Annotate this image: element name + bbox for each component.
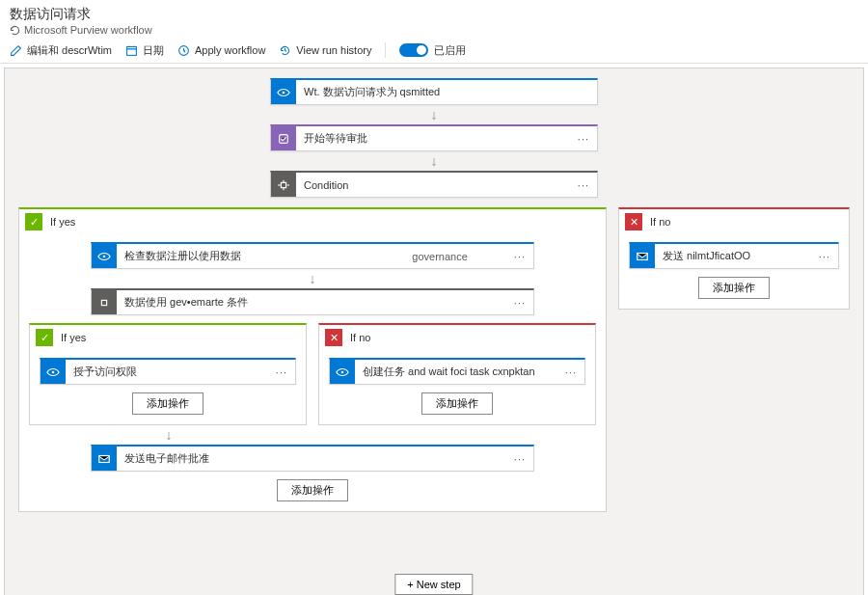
- history-icon: [279, 44, 291, 57]
- mail-icon: [630, 244, 655, 268]
- send-notification-node[interactable]: 发送 nilmtJficatOO ···: [629, 242, 839, 269]
- node-menu-button[interactable]: ···: [506, 297, 533, 309]
- send-email-node[interactable]: 发送电子邮件批准 ···: [91, 445, 534, 472]
- page-title: 数据访问请求: [10, 6, 858, 23]
- eye-icon: [41, 360, 66, 384]
- new-step-button[interactable]: + New step: [394, 574, 473, 595]
- calendar-icon: [125, 44, 138, 57]
- node-menu-button[interactable]: ···: [506, 251, 533, 262]
- toolbar-separator: [385, 42, 386, 58]
- view-history-button[interactable]: View run history: [279, 44, 371, 57]
- node-menu-button[interactable]: ···: [570, 133, 597, 145]
- cross-icon: ✕: [625, 213, 642, 230]
- trigger-node[interactable]: Wt. 数据访问请求为 qsmitted: [270, 78, 598, 105]
- enabled-toggle[interactable]: 已启用: [399, 43, 466, 58]
- data-use-condition-node[interactable]: 数据使用 gev•emarte 条件 ···: [91, 288, 534, 315]
- apply-icon: [177, 44, 190, 57]
- if-yes-header: ✓ If yes: [19, 209, 606, 234]
- cross-icon: ✕: [325, 329, 342, 346]
- node-menu-button[interactable]: ···: [570, 179, 597, 191]
- apply-workflow-button[interactable]: Apply workflow: [177, 44, 265, 57]
- refresh-icon: [10, 25, 20, 36]
- date-button[interactable]: 日期: [125, 43, 164, 58]
- if-no-branch: ✕If no 发送 nilmtJficatOO ··· 添加操作: [618, 207, 850, 310]
- create-task-node[interactable]: 创建任务 and wait foci task cxnpktan ···: [329, 358, 585, 385]
- node-menu-button[interactable]: ···: [811, 251, 838, 262]
- eye-icon: [330, 360, 355, 384]
- node-menu-button[interactable]: ···: [506, 453, 533, 465]
- inner-if-no-branch: ✕If no 创建任务 and wait foci task cxnpktan …: [318, 323, 596, 425]
- svg-rect-4: [281, 182, 285, 187]
- if-yes-branch: ✓ If yes 检查数据注册以使用数据 governance ··· ↓ 数据…: [18, 207, 607, 512]
- page-subtitle: Microsoft Purview workflow: [10, 24, 858, 36]
- page-header: 数据访问请求 Microsoft Purview workflow: [0, 0, 868, 38]
- add-operation-button[interactable]: 添加操作: [277, 479, 348, 501]
- condition-icon: [92, 290, 117, 314]
- svg-point-2: [283, 91, 285, 94]
- add-operation-button[interactable]: 添加操作: [421, 392, 493, 415]
- check-icon: ✓: [25, 213, 42, 230]
- svg-rect-0: [127, 46, 137, 55]
- condition-node[interactable]: Condition ···: [270, 171, 598, 198]
- eye-icon: [271, 80, 296, 104]
- svg-point-5: [103, 255, 106, 257]
- add-operation-button[interactable]: 添加操作: [698, 277, 770, 299]
- svg-point-7: [52, 370, 55, 373]
- arrow-down-icon: ↓: [270, 151, 598, 171]
- mail-icon: [92, 446, 117, 471]
- approval-icon: [271, 126, 296, 150]
- check-data-node[interactable]: 检查数据注册以使用数据 governance ···: [91, 242, 534, 269]
- arrow-down-icon: ↓: [29, 425, 309, 445]
- add-operation-button[interactable]: 添加操作: [132, 392, 203, 415]
- node-menu-button[interactable]: ···: [268, 366, 295, 378]
- svg-rect-6: [101, 300, 106, 305]
- edit-button[interactable]: 编辑和 descrWtim: [10, 43, 112, 58]
- edit-icon: [10, 44, 22, 57]
- condition-icon: [271, 173, 296, 197]
- workflow-canvas: Wt. 数据访问请求为 qsmitted ↓ 开始等待审批 ··· ↓ Cond…: [4, 68, 864, 595]
- node-menu-button[interactable]: ···: [557, 366, 584, 378]
- grant-access-node[interactable]: 授予访问权限 ···: [40, 358, 296, 385]
- eye-icon: [92, 244, 117, 268]
- toggle-switch-icon: [399, 43, 428, 57]
- toolbar: 编辑和 descrWtim 日期 Apply workflow View run…: [0, 38, 868, 64]
- approval-node[interactable]: 开始等待审批 ···: [270, 124, 598, 151]
- arrow-down-icon: ↓: [270, 105, 598, 124]
- svg-point-8: [341, 370, 344, 373]
- check-icon: ✓: [36, 329, 53, 346]
- inner-if-yes-branch: ✓If yes 授予访问权限 ··· 添加操作: [29, 323, 307, 425]
- arrow-down-icon: ↓: [91, 269, 534, 288]
